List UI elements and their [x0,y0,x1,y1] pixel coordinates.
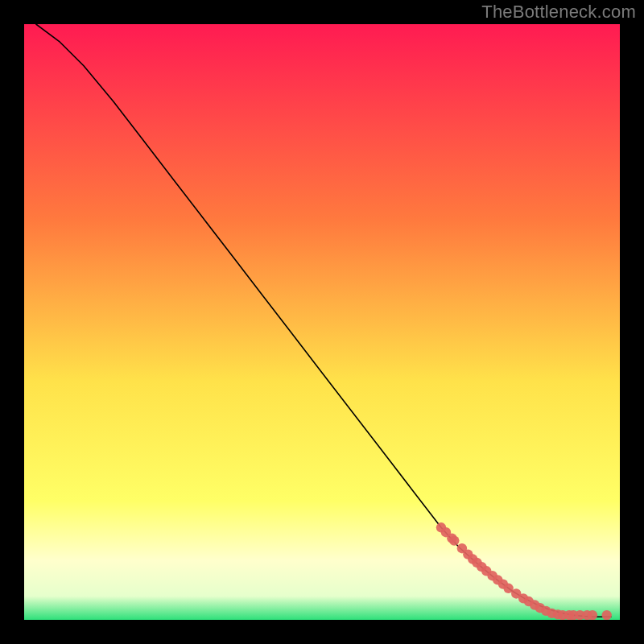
data-point [588,610,597,620]
plot-area [24,24,620,620]
chart-frame: TheBottleneck.com [0,0,644,644]
chart-background [24,24,620,620]
chart-svg [24,24,620,620]
data-point [449,535,459,545]
watermark-text: TheBottleneck.com [481,2,636,23]
data-point [602,610,612,620]
